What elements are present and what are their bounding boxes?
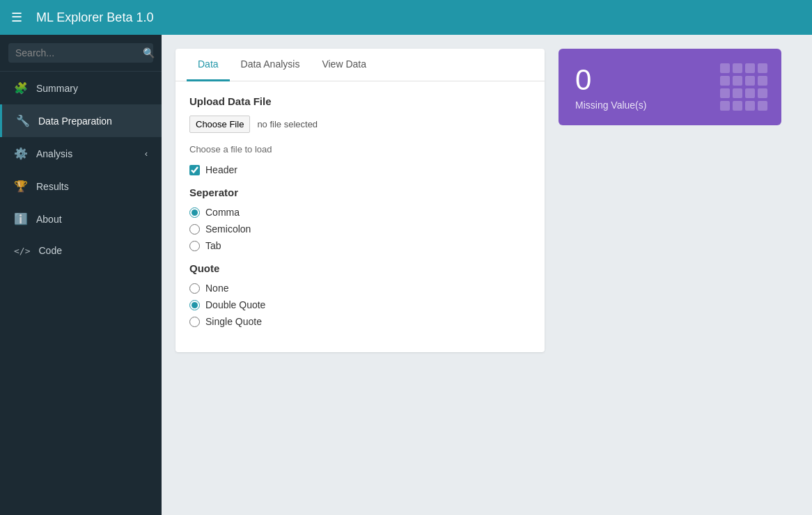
search-icon[interactable]: 🔍 bbox=[143, 47, 155, 58]
stats-card: 0 Missing Value(s) bbox=[559, 49, 781, 125]
gear-icon: ⚙️ bbox=[14, 147, 28, 160]
app-body: 🔍 🧩 Summary 🔧 Data Preparation ⚙️ Analys… bbox=[0, 35, 812, 515]
quote-double-label[interactable]: Double Quote bbox=[205, 299, 265, 310]
quote-single-row: Single Quote bbox=[189, 316, 531, 327]
stats-value: 0 bbox=[575, 63, 646, 97]
calculator-icon bbox=[720, 63, 767, 111]
choose-file-button[interactable]: Choose File bbox=[189, 116, 250, 133]
stats-label: Missing Value(s) bbox=[575, 100, 646, 111]
tab-data-analysis[interactable]: Data Analysis bbox=[230, 49, 311, 81]
results-icon: 🏆 bbox=[14, 180, 28, 193]
search-container: 🔍 bbox=[0, 35, 162, 72]
search-box[interactable]: 🔍 bbox=[8, 43, 153, 63]
sidebar-item-code[interactable]: </> Code bbox=[0, 235, 162, 266]
sidebar-item-label: About bbox=[36, 214, 62, 225]
tab-view-data[interactable]: View Data bbox=[311, 49, 377, 81]
tab-bar: Data Data Analysis View Data bbox=[175, 49, 545, 81]
sidebar-item-label: Summary bbox=[36, 83, 78, 94]
file-hint: Choose a file to load bbox=[189, 144, 531, 154]
quote-double-row: Double Quote bbox=[189, 299, 531, 310]
stats-text: 0 Missing Value(s) bbox=[575, 63, 646, 111]
header-checkbox-row: Header bbox=[189, 164, 531, 175]
separator-comma-label[interactable]: Comma bbox=[205, 207, 240, 218]
separator-tab-radio[interactable] bbox=[189, 241, 200, 251]
main-content: Data Data Analysis View Data Upload Data… bbox=[162, 35, 812, 515]
sidebar-item-results[interactable]: 🏆 Results bbox=[0, 170, 162, 203]
summary-icon: 🧩 bbox=[14, 81, 28, 95]
separator-comma-radio[interactable] bbox=[189, 207, 200, 218]
quote-single-label[interactable]: Single Quote bbox=[205, 316, 262, 327]
sidebar-item-label: Analysis bbox=[36, 148, 72, 159]
separator-tab-label[interactable]: Tab bbox=[205, 240, 221, 251]
sidebar-item-analysis[interactable]: ⚙️ Analysis ‹ bbox=[0, 137, 162, 170]
no-file-label: no file selected bbox=[257, 119, 318, 129]
quote-radio-group: None Double Quote Single Quote bbox=[189, 283, 531, 327]
quote-none-label[interactable]: None bbox=[205, 283, 228, 294]
app-header: ☰ ML Explorer Beta 1.0 bbox=[0, 0, 812, 35]
sidebar-item-summary[interactable]: 🧩 Summary bbox=[0, 72, 162, 104]
separator-semicolon-row: Semicolon bbox=[189, 223, 531, 235]
quote-title: Quote bbox=[189, 262, 531, 274]
sidebar-item-label: Results bbox=[36, 181, 69, 192]
separator-tab-row: Tab bbox=[189, 240, 531, 251]
quote-section: Quote None Double Quote Single Quote bbox=[189, 262, 531, 327]
header-checkbox[interactable] bbox=[189, 165, 200, 175]
code-icon: </> bbox=[14, 246, 30, 256]
separator-comma-row: Comma bbox=[189, 207, 531, 218]
separator-title: Seperator bbox=[189, 187, 531, 198]
info-icon: ℹ️ bbox=[14, 212, 28, 225]
quote-none-radio[interactable] bbox=[189, 283, 200, 294]
quote-none-row: None bbox=[189, 283, 531, 294]
tab-data[interactable]: Data bbox=[187, 49, 230, 81]
separator-radio-group: Comma Semicolon Tab bbox=[189, 207, 531, 251]
app-title: ML Explorer Beta 1.0 bbox=[36, 10, 153, 25]
file-upload-row: Choose File no file selected bbox=[189, 116, 531, 133]
separator-semicolon-label[interactable]: Semicolon bbox=[205, 223, 251, 235]
sidebar-item-label: Data Preparation bbox=[38, 116, 112, 127]
search-input[interactable] bbox=[15, 47, 137, 58]
separator-semicolon-radio[interactable] bbox=[189, 224, 200, 235]
sidebar-item-label: Code bbox=[38, 245, 61, 256]
quote-double-radio[interactable] bbox=[189, 300, 200, 310]
quote-single-radio[interactable] bbox=[189, 317, 200, 327]
header-checkbox-label[interactable]: Header bbox=[205, 164, 237, 175]
sidebar-item-about[interactable]: ℹ️ About bbox=[0, 203, 162, 235]
upload-section-title: Upload Data File bbox=[189, 95, 531, 107]
separator-section: Seperator Comma Semicolon Tab bbox=[189, 187, 531, 251]
wrench-icon: 🔧 bbox=[16, 114, 30, 127]
chevron-icon: ‹ bbox=[145, 149, 148, 159]
hamburger-menu-icon[interactable]: ☰ bbox=[11, 10, 22, 25]
data-card: Data Data Analysis View Data Upload Data… bbox=[175, 49, 545, 352]
sidebar-item-data-preparation[interactable]: 🔧 Data Preparation bbox=[0, 104, 162, 137]
sidebar: 🔍 🧩 Summary 🔧 Data Preparation ⚙️ Analys… bbox=[0, 35, 162, 515]
tab-content: Upload Data File Choose File no file sel… bbox=[175, 81, 545, 352]
